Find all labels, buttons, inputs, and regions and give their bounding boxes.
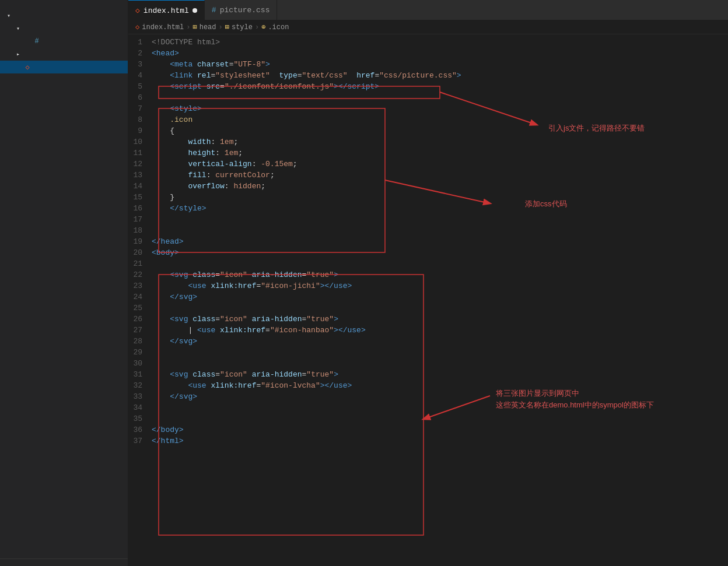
token: >	[179, 437, 184, 445]
token: rel	[197, 71, 211, 80]
line-number: 21	[128, 258, 152, 269]
line-content: | <use xlink:href="#icon-hanbao"></use>	[152, 325, 728, 336]
line-content: </style>	[152, 203, 728, 214]
token: overflow	[188, 182, 224, 191]
token	[152, 138, 188, 146]
code-line: 15 }	[128, 192, 728, 203]
sidebar-item-fs[interactable]: ▾	[0, 9, 128, 22]
breadcrumb-sep3: ›	[255, 23, 259, 31]
token: class	[192, 370, 215, 379]
line-content: <svg class="icon" aria-hidden="true">	[152, 369, 728, 380]
line-number: 9	[128, 125, 152, 136]
code-line: 21	[128, 258, 728, 269]
token: ></	[320, 282, 334, 290]
line-content: height: 1em;	[152, 147, 728, 159]
token: <	[170, 71, 174, 80]
token: style	[174, 104, 197, 113]
sidebar-outline[interactable]	[0, 558, 128, 566]
token: script	[348, 82, 375, 91]
token: }	[152, 193, 174, 202]
token: >	[192, 293, 197, 301]
line-number: 25	[128, 303, 152, 314]
token: >	[334, 315, 338, 324]
tab-index-html[interactable]: ◇ index.html	[128, 0, 205, 20]
line-content: <!DOCTYPE html>	[152, 37, 728, 48]
code-line: 31 <svg class="icon" aria-hidden="true">	[128, 369, 728, 380]
sidebar-item-iconfont-folder[interactable]: ▸	[0, 48, 128, 61]
token	[348, 71, 357, 80]
token: script	[174, 82, 202, 91]
sidebar-item-css-folder[interactable]: ▾	[0, 22, 128, 35]
breadcrumb-sep1: ›	[186, 23, 190, 31]
breadcrumb-icon-icon: ⊕	[261, 23, 265, 31]
line-content: </svg>	[152, 336, 728, 347]
line-content: fill: currentColor;	[152, 170, 728, 181]
token: type	[279, 71, 298, 80]
token	[152, 337, 170, 346]
line-number: 26	[128, 314, 152, 325]
code-line: 18	[128, 225, 728, 236]
line-number: 36	[128, 424, 152, 435]
token	[152, 71, 170, 80]
token	[202, 82, 206, 91]
code-line: 5 <script src="./iconfont/iconfont.js"><…	[128, 81, 728, 92]
token: "UTF-8"	[233, 60, 265, 69]
token: >	[192, 392, 197, 401]
line-content: }	[152, 192, 728, 203]
token	[152, 82, 170, 91]
line-number: 30	[128, 358, 152, 369]
token	[192, 60, 197, 69]
token	[152, 293, 170, 301]
code-line: 26 <svg class="icon" aria-hidden="true">	[128, 314, 728, 325]
token: use	[192, 381, 206, 390]
code-line: 10 width: 1em;	[128, 136, 728, 147]
tab-picture-css-label: picture.css	[220, 6, 270, 15]
code-line: 16 </style>	[128, 203, 728, 214]
line-number: 17	[128, 214, 152, 225]
token: charset	[197, 60, 229, 69]
token: </	[152, 426, 161, 434]
breadcrumb-item-head: head	[200, 23, 216, 31]
token: use	[334, 381, 347, 390]
line-number: 10	[128, 136, 152, 147]
token: "#icon-lvcha"	[261, 381, 320, 390]
chevron-down-icon: ▾	[14, 24, 22, 33]
line-number: 22	[128, 269, 152, 280]
token: ></	[334, 326, 347, 335]
token	[152, 160, 188, 168]
token: <	[152, 248, 156, 257]
code-line: 22 <svg class="icon" aria-hidden="true">	[128, 269, 728, 280]
line-number: 32	[128, 380, 152, 391]
sidebar-item-picture-css[interactable]: #	[0, 35, 128, 48]
token: html	[161, 437, 179, 445]
tab-picture-css[interactable]: # picture.css	[205, 0, 278, 20]
code-line: 30	[128, 358, 728, 369]
token: class	[192, 270, 215, 279]
line-content: width: 1em;	[152, 136, 728, 147]
line-number: 34	[128, 402, 152, 413]
token: body	[161, 426, 179, 434]
token: meta	[174, 60, 192, 69]
line-number: 4	[128, 70, 152, 81]
token: |	[188, 326, 197, 335]
line-content: <svg class="icon" aria-hidden="true">	[152, 314, 728, 325]
code-line: 33 </svg>	[128, 391, 728, 402]
token: <	[170, 370, 174, 379]
breadcrumb-style-icon: ⊞	[225, 23, 229, 31]
code-line: 13 fill: currentColor;	[128, 170, 728, 181]
code-editor[interactable]: 1<!DOCTYPE html>2<head>3 <meta charset="…	[128, 34, 728, 449]
code-line: 25	[128, 303, 728, 314]
sidebar-item-index-html[interactable]: ◇	[0, 61, 128, 73]
token: =	[215, 315, 220, 324]
token: svg	[174, 315, 188, 324]
token: svg	[174, 270, 188, 279]
token: ></	[334, 82, 347, 91]
line-number: 13	[128, 170, 152, 181]
token: xlink:href	[220, 326, 265, 335]
code-line: 23 <use xlink:href="#icon-jichi"></use>	[128, 280, 728, 291]
token: "true"	[306, 370, 334, 379]
html-tab-icon: ◇	[135, 6, 140, 15]
token	[270, 71, 279, 80]
token: "css/picture.css"	[379, 71, 457, 80]
code-line: 36</body>	[128, 424, 728, 435]
